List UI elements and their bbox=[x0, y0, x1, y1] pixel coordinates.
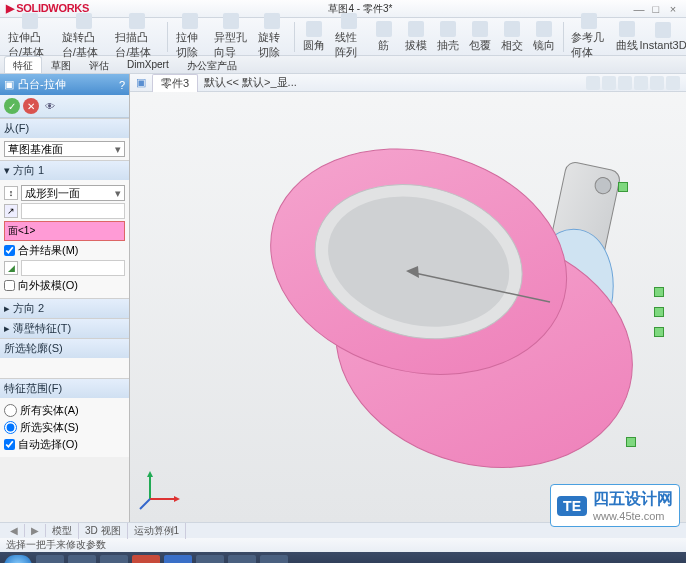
drag-handle[interactable] bbox=[654, 287, 664, 297]
taskbar-app[interactable] bbox=[100, 555, 128, 563]
taskbar-app[interactable] bbox=[36, 555, 64, 563]
ribbon-ref-geom[interactable]: 参考几何体 bbox=[567, 12, 610, 61]
view-toolbar bbox=[586, 76, 680, 90]
section-contours[interactable]: 所选轮廓(S) bbox=[0, 339, 129, 358]
help-icon[interactable]: ? bbox=[119, 79, 125, 91]
ribbon-mirror[interactable]: 镜向 bbox=[529, 20, 559, 54]
tab-model[interactable]: 模型 bbox=[46, 523, 79, 539]
feature-title: ▣ 凸台-拉伸 ? bbox=[0, 74, 129, 95]
section-scope[interactable]: 特征范围(F) bbox=[0, 379, 129, 398]
extrude-icon: ▣ bbox=[4, 78, 14, 91]
watermark: TE 四五设计网 www.45te.com bbox=[550, 484, 680, 527]
ribbon-sweep-boss[interactable]: 扫描凸台/基体 bbox=[111, 12, 163, 61]
preview-button[interactable]: 👁 bbox=[42, 98, 58, 114]
section-from[interactable]: 从(F) bbox=[0, 119, 129, 138]
view-triad[interactable] bbox=[138, 467, 182, 514]
drag-handle[interactable] bbox=[618, 182, 628, 192]
windows-taskbar bbox=[0, 552, 686, 563]
ribbon-shell[interactable]: 抽壳 bbox=[433, 20, 463, 54]
flyout-tree-icon[interactable]: ▣ bbox=[136, 76, 146, 89]
ribbon-revolve-boss[interactable]: 旋转凸台/基体 bbox=[58, 12, 110, 61]
ok-button[interactable]: ✓ bbox=[4, 98, 20, 114]
scope-all-radio[interactable]: 所有实体(A) bbox=[4, 403, 125, 418]
tab-features[interactable]: 特征 bbox=[4, 56, 42, 73]
from-combo[interactable]: 草图基准面▾ bbox=[4, 141, 125, 157]
view-orientation-icon[interactable] bbox=[586, 76, 600, 90]
end-condition-combo[interactable]: 成形到一面▾ bbox=[21, 185, 125, 201]
draft-angle-field[interactable] bbox=[21, 260, 125, 276]
direction-vector-button[interactable]: ↗ bbox=[4, 204, 18, 218]
ribbon-instant3d[interactable]: Instant3D bbox=[644, 21, 682, 52]
draft-button[interactable]: ◢ bbox=[4, 261, 18, 275]
scope-auto-checkbox[interactable]: 自动选择(O) bbox=[4, 437, 125, 452]
drag-handle[interactable] bbox=[654, 307, 664, 317]
property-manager: ▣ 凸台-拉伸 ? ✓ ✕ 👁 从(F) 草图基准面▾ ▾方向 1 ↕ 成形到一… bbox=[0, 74, 130, 522]
appearance-icon[interactable] bbox=[666, 76, 680, 90]
hide-show-icon[interactable] bbox=[618, 76, 632, 90]
section-direction1[interactable]: ▾方向 1 bbox=[0, 161, 129, 180]
direction-vector-field[interactable] bbox=[21, 203, 125, 219]
cancel-button[interactable]: ✕ bbox=[23, 98, 39, 114]
drag-handle[interactable] bbox=[626, 437, 636, 447]
display-style-icon[interactable] bbox=[602, 76, 616, 90]
ribbon-hole-wizard[interactable]: 异型孔向导 bbox=[210, 12, 253, 61]
svg-line-13 bbox=[140, 499, 150, 509]
ribbon: 拉伸凸台/基体 旋转凸台/基体 扫描凸台/基体 拉伸切除 异型孔向导 旋转切除 … bbox=[0, 18, 686, 56]
section-direction2[interactable]: ▸方向 2 bbox=[0, 299, 129, 318]
zoom-icon[interactable] bbox=[650, 76, 664, 90]
tab-dimxpert[interactable]: DimXpert bbox=[118, 56, 178, 73]
ribbon-extrude-boss[interactable]: 拉伸凸台/基体 bbox=[4, 12, 56, 61]
close-button[interactable]: × bbox=[666, 3, 680, 15]
document-tab[interactable]: 零件3 bbox=[152, 74, 198, 92]
taskbar-app[interactable] bbox=[260, 555, 288, 563]
scope-selected-radio[interactable]: 所选实体(S) bbox=[4, 420, 125, 435]
tab-office[interactable]: 办公室产品 bbox=[178, 56, 246, 73]
tab-sketch[interactable]: 草图 bbox=[42, 56, 80, 73]
start-button[interactable] bbox=[4, 555, 32, 563]
ribbon-intersect[interactable]: 相交 bbox=[497, 20, 527, 54]
taskbar-app[interactable] bbox=[196, 555, 224, 563]
graphics-viewport[interactable]: ▣ 零件3 默认<< 默认>_显... bbox=[130, 74, 686, 522]
draft-outward-checkbox[interactable]: 向外拔模(O) bbox=[4, 278, 125, 293]
ribbon-draft[interactable]: 拔模 bbox=[401, 20, 431, 54]
tab-motion[interactable]: 运动算例1 bbox=[128, 523, 187, 539]
chevron-down-icon: ▾ bbox=[115, 143, 121, 156]
svg-marker-15 bbox=[174, 496, 180, 502]
upto-face-selection[interactable]: 面<1> bbox=[4, 221, 125, 241]
status-bar: 选择一把手来修改参数 bbox=[0, 538, 686, 552]
reverse-direction-button[interactable]: ↕ bbox=[4, 186, 18, 200]
maximize-button[interactable]: □ bbox=[649, 3, 663, 15]
tab-evaluate[interactable]: 评估 bbox=[80, 56, 118, 73]
merge-result-checkbox[interactable]: 合并结果(M) bbox=[4, 243, 125, 258]
section-view-icon[interactable] bbox=[634, 76, 648, 90]
taskbar-app[interactable] bbox=[228, 555, 256, 563]
minimize-button[interactable]: — bbox=[632, 3, 646, 15]
tab-3dview[interactable]: 3D 视图 bbox=[79, 523, 128, 539]
ribbon-linear-pattern[interactable]: 线性阵列 bbox=[331, 12, 367, 61]
ribbon-rib[interactable]: 筋 bbox=[369, 20, 399, 54]
ribbon-revolve-cut[interactable]: 旋转切除 bbox=[254, 12, 290, 61]
breadcrumb: 默认<< 默认>_显... bbox=[204, 75, 297, 90]
section-thin[interactable]: ▸薄壁特征(T) bbox=[0, 319, 129, 338]
model-canvas[interactable] bbox=[130, 92, 686, 522]
ribbon-fillet[interactable]: 圆角 bbox=[299, 20, 329, 54]
drag-handle[interactable] bbox=[654, 327, 664, 337]
taskbar-app[interactable] bbox=[164, 555, 192, 563]
ribbon-extrude-cut[interactable]: 拉伸切除 bbox=[172, 12, 208, 61]
svg-marker-14 bbox=[147, 471, 153, 477]
ribbon-curves[interactable]: 曲线 bbox=[612, 20, 642, 54]
ribbon-wrap[interactable]: 包覆 bbox=[465, 20, 495, 54]
taskbar-app[interactable] bbox=[132, 555, 160, 563]
taskbar-app[interactable] bbox=[68, 555, 96, 563]
